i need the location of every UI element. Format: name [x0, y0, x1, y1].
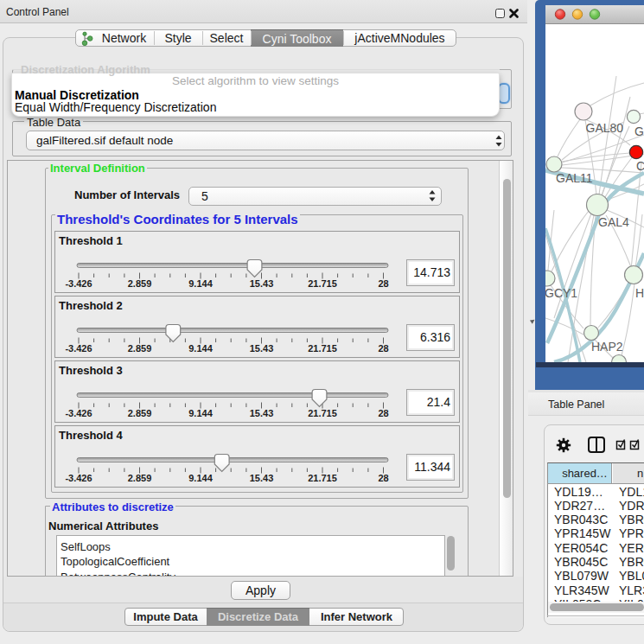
svg-text:2.859: 2.859 — [128, 343, 152, 354]
svg-text:9.144: 9.144 — [188, 278, 213, 289]
svg-text:G.: G. — [634, 124, 644, 138]
svg-text:9.144: 9.144 — [188, 343, 213, 354]
svg-text:28: 28 — [378, 278, 388, 289]
svg-text:9.144: 9.144 — [188, 408, 213, 418]
svg-text:-3.426: -3.426 — [65, 278, 92, 289]
svg-text:21.715: 21.715 — [308, 278, 337, 289]
svg-text:15.43: 15.43 — [250, 473, 274, 483]
svg-text:15.43: 15.43 — [250, 408, 274, 418]
svg-text:C: C — [636, 159, 644, 173]
svg-text:GAL80: GAL80 — [586, 121, 624, 135]
svg-text:2.859: 2.859 — [128, 408, 152, 418]
svg-text:21.715: 21.715 — [308, 343, 337, 354]
svg-text:HAP2: HAP2 — [591, 340, 623, 354]
svg-text:15.43: 15.43 — [250, 343, 274, 354]
svg-text:15.43: 15.43 — [250, 278, 274, 289]
svg-text:GCY1: GCY1 — [545, 286, 577, 300]
svg-text:GAL11: GAL11 — [556, 171, 593, 185]
svg-text:GAL4: GAL4 — [598, 215, 629, 229]
svg-text:H: H — [635, 286, 644, 300]
svg-text:21.715: 21.715 — [308, 473, 337, 483]
svg-text:-3.426: -3.426 — [65, 408, 92, 418]
svg-text:21.715: 21.715 — [308, 408, 337, 418]
svg-text:-3.426: -3.426 — [65, 343, 92, 354]
svg-text:2.859: 2.859 — [128, 278, 152, 289]
svg-text:2.859: 2.859 — [128, 473, 152, 483]
svg-text:28: 28 — [378, 408, 388, 418]
svg-text:-3.426: -3.426 — [65, 473, 92, 483]
svg-text:28: 28 — [378, 343, 388, 354]
svg-text:9.144: 9.144 — [188, 473, 213, 483]
svg-text:28: 28 — [378, 473, 388, 483]
